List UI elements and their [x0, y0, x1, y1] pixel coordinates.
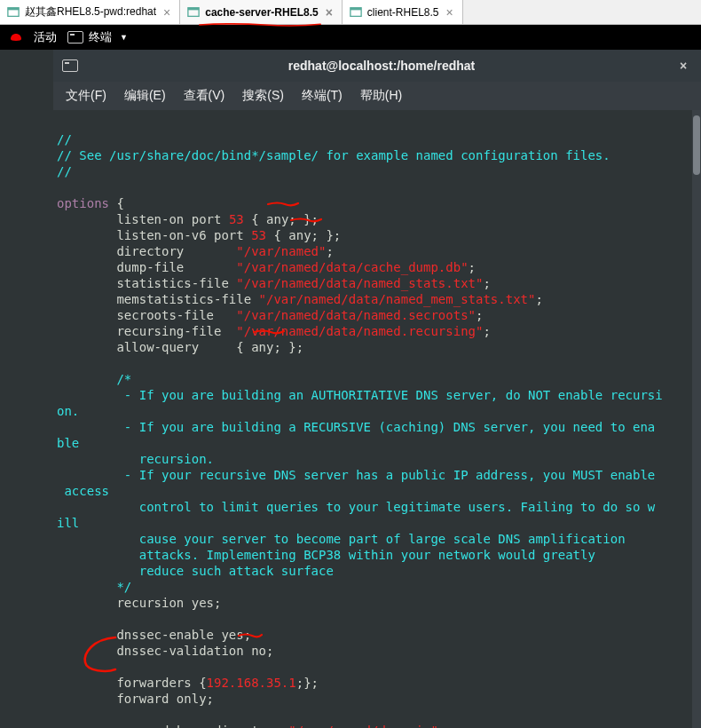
code-line: recursion. — [57, 452, 221, 466]
menu-edit[interactable]: 编辑(E) — [117, 84, 173, 107]
code-line: listen-on-v6 port 53 { any; }; — [57, 228, 341, 242]
code-line: forward only; — [57, 692, 214, 706]
close-icon[interactable]: × — [324, 5, 335, 20]
code-line: reduce such attack surface — [57, 564, 341, 578]
code-line: statistics-file "/var/named/data/named_s… — [57, 276, 491, 290]
code-line: - If your recursive DNS server has a pub… — [57, 468, 655, 482]
code-line: dump-file "/var/named/data/cache_dump.db… — [57, 260, 476, 274]
code-line: secroots-file "/var/named/data/named.sec… — [57, 308, 483, 322]
outer-tab-strip: 赵其鑫RHEL8.5-pwd:redhat × cache-server-RHE… — [0, 0, 701, 25]
code-line: ill — [57, 516, 79, 530]
chevron-down-icon: ▼ — [120, 33, 128, 42]
menubar: 文件(F) 编辑(E) 查看(V) 搜索(S) 终端(T) 帮助(H) — [53, 82, 701, 110]
redhat-logo-icon — [9, 30, 23, 44]
tab-vm-3[interactable]: client-RHEL8.5 × — [343, 0, 463, 24]
terminal-window: redhat@localhost:/home/redhat × 文件(F) 编辑… — [0, 50, 701, 728]
code-line: attacks. Implementing BCP38 within your … — [57, 548, 603, 562]
window-title: redhat@localhost:/home/redhat — [89, 59, 674, 73]
close-icon[interactable]: × — [161, 5, 172, 20]
code-line: memstatistics-file "/var/named/data/name… — [57, 292, 543, 306]
code-line: dnssec-validation no; — [57, 644, 273, 658]
code-line: // — [57, 132, 72, 146]
code-line: dnssec-enable yes; — [57, 628, 251, 642]
tab-vm-1[interactable]: 赵其鑫RHEL8.5-pwd:redhat × — [0, 0, 180, 24]
terminal-menu-label: 终端 — [89, 29, 112, 45]
terminal-menu-button[interactable]: 终端 ▼ — [67, 29, 128, 45]
code-line: listen-on port 53 { any; }; — [57, 212, 319, 226]
menu-file[interactable]: 文件(F) — [59, 84, 114, 107]
svg-rect-5 — [350, 7, 361, 10]
svg-rect-1 — [8, 7, 19, 10]
menu-search[interactable]: 搜索(S) — [235, 84, 291, 107]
code-line: forwarders {192.168.35.1;}; — [57, 676, 319, 690]
tab-label: 赵其鑫RHEL8.5-pwd:redhat — [25, 4, 156, 20]
code-line: allow-query { any; }; — [57, 340, 303, 354]
code-line: on. — [57, 404, 79, 418]
window-menu-icon[interactable] — [62, 59, 78, 72]
window-icon — [350, 6, 362, 19]
code-line: access — [57, 484, 116, 498]
gnome-topbar: 活动 终端 ▼ — [0, 25, 701, 50]
window-icon — [7, 6, 20, 19]
code-line: cause your server to become part of larg… — [57, 532, 633, 546]
code-line: // See /usr/share/doc/bind*/sample/ for … — [57, 148, 610, 162]
code-line: options { — [57, 196, 124, 210]
code-line: ble — [57, 436, 87, 450]
close-icon[interactable]: × — [674, 59, 692, 73]
scrollbar-thumb[interactable] — [693, 115, 700, 175]
close-icon[interactable]: × — [445, 5, 455, 20]
code-line: - If you are building an AUTHORITATIVE D… — [57, 388, 663, 402]
annotation-underline-any1 — [267, 201, 299, 208]
svg-rect-3 — [188, 7, 199, 10]
code-line: - If you are building a RECURSIVE (cachi… — [57, 420, 655, 434]
scrollbar[interactable] — [692, 110, 701, 728]
editor-content[interactable]: // // See /usr/share/doc/bind*/sample/ f… — [53, 110, 701, 728]
titlebar: redhat@localhost:/home/redhat × — [53, 50, 701, 82]
code-line: directory "/var/named"; — [57, 244, 334, 258]
code-line: */ — [57, 580, 131, 594]
code-line: // — [57, 164, 72, 178]
tab-label: cache-server-RHEL8.5 — [205, 6, 318, 19]
code-line: recursion yes; — [57, 596, 221, 610]
activities-button[interactable]: 活动 — [34, 29, 57, 45]
tab-vm-2[interactable]: cache-server-RHEL8.5 × — [180, 0, 343, 24]
tab-label: client-RHEL8.5 — [367, 6, 439, 19]
code-line: control to limit queries to your legitim… — [57, 500, 655, 514]
menu-terminal[interactable]: 终端(T) — [295, 84, 350, 107]
code-line: /* — [57, 372, 139, 386]
menu-help[interactable]: 帮助(H) — [353, 84, 409, 107]
window-icon — [187, 6, 200, 19]
code-line: recursing-file "/var/named/data/named.re… — [57, 324, 491, 338]
menu-view[interactable]: 查看(V) — [177, 84, 232, 107]
code-line: managed-keys-directory "/var/named/dynam… — [57, 724, 445, 728]
terminal-icon — [67, 31, 83, 44]
